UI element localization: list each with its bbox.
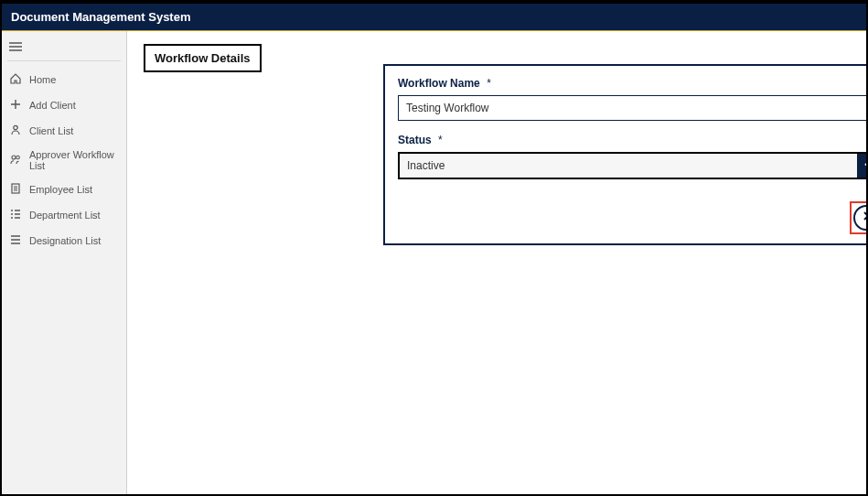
topbar: Document Management System [2,2,866,31]
sidebar-item-client-list[interactable]: Client List [2,118,126,144]
required-marker: * [487,77,491,90]
sidebar-item-label: Client List [29,125,73,136]
sidebar-item-employee-list[interactable]: Employee List [2,177,126,202]
sidebar-item-label: Designation List [29,235,101,246]
list-indent-icon [9,208,22,222]
sidebar-separator [7,60,121,61]
people-icon [9,153,22,167]
app-title: Document Management System [11,10,191,24]
list-icon [9,233,22,248]
status-label: Status * [398,134,866,146]
svg-point-2 [16,156,20,159]
chevron-down-icon[interactable] [857,154,866,178]
status-select[interactable]: Inactive [398,152,866,179]
svg-point-0 [14,125,17,129]
label-text: Status [398,134,432,146]
plus-icon [9,98,22,113]
sidebar-item-add-client[interactable]: Add Client [2,92,126,118]
svg-point-1 [12,156,16,159]
sidebar-item-designation-list[interactable]: Designation List [2,228,126,253]
person-icon [9,124,22,138]
required-marker: * [438,134,443,146]
page-title: Workflow Details [144,44,262,72]
sidebar: Home Add Client Client List Approver Wor… [2,31,127,494]
employee-icon [9,182,22,197]
label-text: Workflow Name [398,77,480,90]
workflow-name-label: Workflow Name * [398,77,866,90]
main-content: Workflow Details Workflow Name * Status … [127,31,866,494]
sidebar-item-approver-workflow[interactable]: Approver Workflow List [2,144,126,177]
next-button[interactable] [853,205,866,231]
sidebar-item-label: Department List [29,210,101,221]
sidebar-item-home[interactable]: Home [2,67,126,92]
home-icon [9,72,22,87]
status-value: Inactive [400,154,857,178]
sidebar-item-label: Employee List [29,184,92,195]
workflow-name-input[interactable] [398,95,866,121]
sidebar-item-label: Approver Workflow List [29,149,119,171]
sidebar-item-department-list[interactable]: Department List [2,202,126,228]
chevron-right-icon [860,210,866,226]
workflow-form-panel: Workflow Name * Status * Inactive [383,64,866,245]
sidebar-item-label: Home [29,74,56,85]
next-button-highlight [850,201,866,234]
hamburger-icon[interactable] [2,37,126,57]
sidebar-item-label: Add Client [29,100,76,111]
